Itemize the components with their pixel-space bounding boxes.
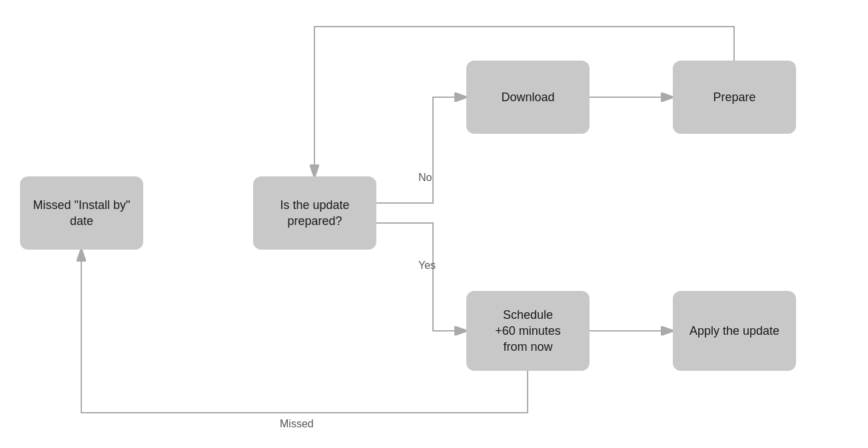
- node-apply: Apply the update: [673, 291, 796, 371]
- label-yes: Yes: [418, 260, 436, 272]
- flowchart-diagram: Missed "Install by" date Is the updatepr…: [0, 0, 868, 448]
- label-no: No: [418, 172, 432, 184]
- label-missed: Missed: [280, 418, 314, 430]
- node-schedule: Schedule+60 minutesfrom now: [466, 291, 590, 371]
- node-download: Download: [466, 61, 590, 134]
- node-is-prepared: Is the updateprepared?: [253, 176, 376, 250]
- node-prepare: Prepare: [673, 61, 796, 134]
- node-missed-install: Missed "Install by" date: [20, 176, 143, 250]
